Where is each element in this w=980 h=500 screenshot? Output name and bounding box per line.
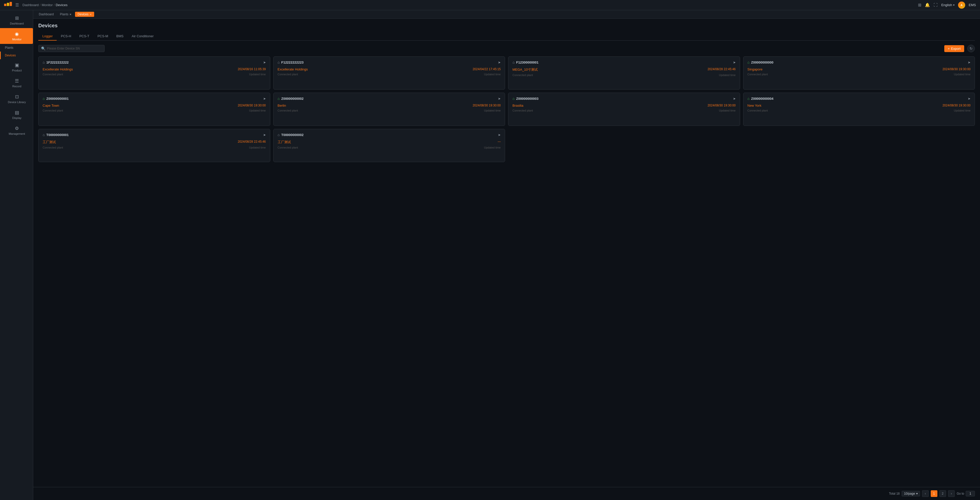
tab-devices-close[interactable]: ✕ — [89, 13, 92, 16]
svg-rect-0 — [4, 3, 6, 6]
avatar[interactable]: A — [958, 2, 965, 9]
device-id-row: ⌂ Z00000000000 — [748, 60, 773, 64]
device-card[interactable]: ⌂ Z00000000002 ➤ Berlin 2024/08/30 19:30… — [273, 92, 505, 126]
topbar: ☰ Dashboard / Monitor / Devices ⊞ 🔔 ⛶ En… — [0, 0, 980, 10]
device-timestamp: 2024/04/22 17:45:15 — [473, 67, 501, 71]
sidebar: ⊞ Dashboard ◉ Monitor Plants Devices ▣ P… — [0, 10, 33, 500]
navigate-icon[interactable]: ➤ — [733, 97, 736, 100]
next-page-button[interactable]: › — [948, 490, 955, 497]
device-card[interactable]: ⌂ T00000000002 ➤ 工厂测试 — Connected plant … — [273, 129, 505, 162]
search-box[interactable]: 🔍 — [38, 45, 105, 52]
search-icon: 🔍 — [41, 46, 45, 51]
tab-plants-close[interactable]: ✕ — [69, 13, 72, 16]
device-id-row: ⌂ F12222222223 — [278, 60, 304, 64]
device-labels-row: Connected plant Updated time — [278, 72, 501, 76]
refresh-button[interactable]: ↻ — [967, 45, 975, 53]
topbar-left: ☰ Dashboard / Monitor / Devices — [4, 2, 67, 9]
device-card[interactable]: ⌂ F12300000001 ➤ MEGA_10寸测试 2024/08/28 2… — [508, 56, 740, 89]
device-timestamp: 2024/08/30 19:30:00 — [708, 104, 735, 107]
device-tab-airconditioner[interactable]: Air Conditioner — [127, 32, 158, 41]
sidebar-item-plants[interactable]: Plants — [0, 44, 33, 51]
device-card[interactable]: ⌂ Z00000000003 ➤ Brasilia 2024/08/30 19:… — [508, 92, 740, 126]
search-export-row: 🔍 + Export ↻ — [38, 45, 975, 53]
device-id: F12300000001 — [516, 61, 538, 64]
devices-grid: ⌂ 1F2222222222 ➤ Excellerate Holdings 20… — [38, 56, 975, 162]
device-plant: MEGA_10寸测试 — [512, 67, 538, 72]
sidebar-item-monitor[interactable]: ◉ Monitor — [0, 28, 33, 44]
device-id: Z00000000004 — [751, 97, 773, 100]
sidebar-item-management[interactable]: ⚙ Management — [0, 123, 33, 139]
sidebar-item-devices[interactable]: Devices — [0, 51, 33, 59]
device-labels-row: Connected plant Updated time — [43, 145, 266, 149]
search-input[interactable] — [47, 47, 102, 50]
sidebar-item-device-library[interactable]: ⊡ Device Library — [0, 91, 33, 107]
device-timestamp: 2024/08/30 19:30:00 — [473, 104, 501, 107]
device-card[interactable]: ⌂ T00000000001 ➤ 工厂测试 2024/08/28 22:45:4… — [38, 129, 270, 162]
grid-icon[interactable]: ⊞ — [918, 3, 921, 7]
tab-devices[interactable]: Devices ✕ — [75, 12, 94, 17]
device-card[interactable]: ⌂ 1F2222222222 ➤ Excellerate Holdings 20… — [38, 56, 270, 89]
device-card[interactable]: ⌂ F12222222223 ➤ Excellerate Holdings 20… — [273, 56, 505, 89]
device-plant: New York — [748, 104, 762, 107]
prev-page-button[interactable]: ‹ — [922, 490, 929, 497]
page-1-button[interactable]: 1 — [931, 490, 937, 497]
logo-icon — [4, 2, 13, 9]
navigate-icon[interactable]: ➤ — [733, 61, 736, 64]
device-type-tabs: Logger PCS-H PCS-T PCS-M BMS Air Conditi… — [38, 32, 975, 41]
connected-plant-label: Connected plant — [512, 73, 533, 76]
device-card[interactable]: ⌂ Z00000000004 ➤ New York 2024/08/30 19:… — [743, 92, 975, 126]
language-selector[interactable]: English ▾ — [941, 3, 955, 7]
device-info-row: Singapore 2024/08/30 19:30:00 — [748, 67, 971, 71]
device-id-row: ⌂ T00000000002 — [278, 133, 304, 137]
navigate-icon[interactable]: ➤ — [498, 97, 501, 100]
device-id: Z00000000003 — [516, 97, 538, 100]
navigate-icon[interactable]: ➤ — [968, 97, 970, 100]
device-card[interactable]: ⌂ Z00000000000 ➤ Singapore 2024/08/30 19… — [743, 56, 975, 89]
connected-plant-label: Connected plant — [43, 146, 63, 149]
home-icon: ⌂ — [43, 60, 45, 64]
record-icon: ☰ — [15, 78, 19, 84]
updated-time-label: Updated time — [954, 73, 970, 76]
menu-icon[interactable]: ☰ — [15, 3, 19, 7]
device-card-header: ⌂ Z00000000004 ➤ — [748, 97, 971, 100]
bell-icon[interactable]: 🔔 — [925, 3, 930, 7]
goto-input[interactable] — [966, 491, 975, 497]
device-labels-row: Connected plant Updated time — [43, 108, 266, 112]
device-plant: Brasilia — [512, 104, 523, 107]
device-tab-bms[interactable]: BMS — [112, 32, 127, 41]
sidebar-item-display[interactable]: ▤ Display — [0, 107, 33, 123]
sidebar-item-record[interactable]: ☰ Record — [0, 75, 33, 91]
navigate-icon[interactable]: ➤ — [498, 61, 501, 64]
sidebar-item-product[interactable]: ▣ Product — [0, 59, 33, 75]
display-icon: ▤ — [15, 110, 19, 115]
device-timestamp: 2024/08/16 11:05:39 — [238, 67, 266, 71]
home-icon: ⌂ — [43, 97, 45, 100]
per-page-selector[interactable]: 10/page ▾ — [902, 491, 920, 497]
navigate-icon[interactable]: ➤ — [263, 133, 266, 137]
home-icon: ⌂ — [512, 60, 514, 64]
tab-dashboard[interactable]: Dashboard — [36, 12, 56, 17]
device-id: 1F2222222222 — [46, 61, 68, 64]
sidebar-item-dashboard[interactable]: ⊞ Dashboard — [0, 12, 33, 28]
device-tab-pcsh[interactable]: PCS-H — [57, 32, 75, 41]
page-2-button[interactable]: 2 — [939, 490, 946, 497]
device-card[interactable]: ⌂ Z00000000001 ➤ Cape Town 2024/08/30 19… — [38, 92, 270, 126]
device-tab-logger[interactable]: Logger — [38, 32, 57, 41]
device-info-row: Berlin 2024/08/30 19:30:00 — [278, 104, 501, 107]
navigate-icon[interactable]: ➤ — [263, 61, 266, 64]
svg-rect-1 — [7, 3, 9, 6]
device-tab-pcsm[interactable]: PCS-M — [94, 32, 112, 41]
tab-plants[interactable]: Plants ✕ — [57, 12, 74, 17]
export-button[interactable]: + Export — [944, 45, 964, 52]
navigate-icon[interactable]: ➤ — [968, 61, 970, 64]
navigate-icon[interactable]: ➤ — [498, 133, 501, 137]
updated-time-label: Updated time — [719, 73, 735, 76]
device-id: Z00000000001 — [46, 97, 68, 100]
device-id-row: ⌂ 1F2222222222 — [43, 60, 68, 64]
device-tab-pcst[interactable]: PCS-T — [75, 32, 94, 41]
expand-icon[interactable]: ⛶ — [934, 3, 938, 7]
device-timestamp: — — [498, 140, 501, 145]
navigate-icon[interactable]: ➤ — [263, 97, 266, 100]
svg-rect-2 — [10, 2, 12, 6]
monitor-icon: ◉ — [15, 31, 19, 37]
